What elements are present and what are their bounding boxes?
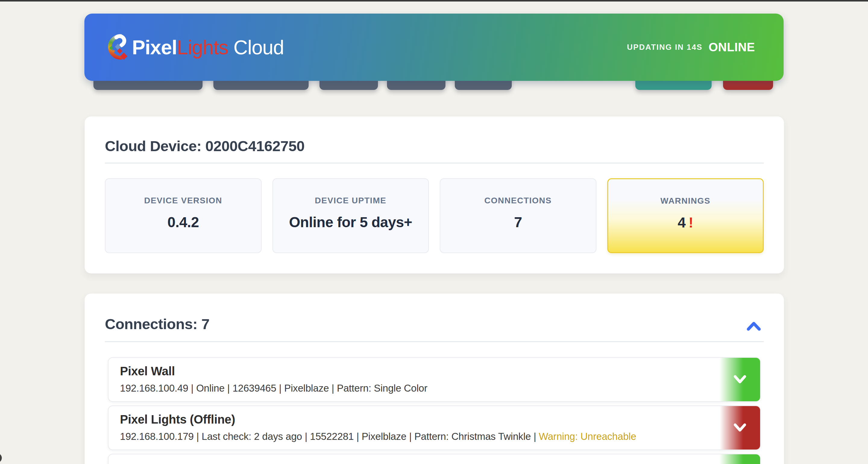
stat-value: 0.4.2 (105, 214, 261, 231)
window-top-strip (0, 0, 868, 1)
stat-tile-warnings: WARNINGS 4! (607, 178, 764, 253)
updating-countdown-label: UPDATING IN 14S (627, 42, 703, 52)
connection-detail-text: 192.168.100.179 | Last check: 2 days ago… (120, 431, 539, 442)
chevron-down-icon (732, 374, 748, 385)
app-header: PixelLights Cloud UPDATING IN 14S ONLINE (84, 13, 784, 81)
cloud-device-card: Cloud Device: 0200C4162750 DEVICE VERSIO… (84, 116, 784, 273)
connection-expand-button[interactable] (720, 454, 760, 464)
stat-tile-connections: CONNECTIONS 7 (440, 178, 596, 253)
connection-warning-text: Warning: Unreachable (539, 431, 636, 442)
brand-wordmark: PixelLights Cloud (132, 36, 284, 59)
brand-word-lights: Lights (177, 36, 228, 59)
chevron-up-icon (745, 319, 762, 333)
stat-tile-device-uptime: DEVICE UPTIME Online for 5 days+ (273, 178, 429, 253)
connections-card-divider (105, 341, 764, 342)
connection-detail: 192.168.100.179 | Last check: 2 days ago… (120, 431, 636, 442)
stat-label: DEVICE UPTIME (273, 196, 429, 205)
chevron-down-icon (732, 422, 748, 434)
online-status-badge: ONLINE (709, 40, 755, 54)
pixellights-cloud-page: PixelLights Cloud UPDATING IN 14S ONLINE… (0, 0, 868, 464)
brand-word-cloud: Cloud (228, 36, 284, 59)
pixellights-logo-icon (103, 31, 128, 64)
connection-expand-button[interactable] (720, 406, 760, 450)
brand-word-pixel: Pixel (132, 36, 177, 59)
stat-label: DEVICE VERSION (105, 196, 261, 205)
stat-tile-device-version: DEVICE VERSION 0.4.2 (105, 178, 261, 253)
connections-collapse-button[interactable] (745, 319, 762, 333)
bottom-left-corner-widget (0, 453, 2, 463)
cloud-device-title: Cloud Device: 0200C4162750 (105, 138, 305, 154)
connections-title: Connections: 7 (105, 316, 210, 332)
stat-value: Online for 5 days+ (273, 214, 429, 231)
connections-list: Pixel Wall 192.168.100.49 | Online | 126… (108, 357, 761, 464)
connection-name: Pixel Wall (120, 365, 175, 378)
stat-value: 4! (608, 214, 763, 231)
connection-expand-button[interactable] (720, 358, 760, 401)
warning-exclamation: ! (689, 214, 693, 231)
brand: PixelLights Cloud (103, 31, 284, 64)
connection-detail-text: 192.168.100.49 | Online | 12639465 | Pix… (120, 382, 427, 394)
stat-value: 7 (440, 214, 596, 231)
connection-detail: 192.168.100.49 | Online | 12639465 | Pix… (120, 382, 427, 394)
stat-label: CONNECTIONS (440, 196, 596, 205)
device-stat-tiles: DEVICE VERSION 0.4.2 DEVICE UPTIME Onlin… (105, 178, 764, 253)
device-card-divider (105, 163, 764, 164)
connection-row-pixel-lights[interactable]: Pixel Lights (Offline) 192.168.100.179 |… (108, 405, 761, 450)
warnings-count: 4 (678, 214, 685, 231)
connections-card: Connections: 7 Pixel Wall 192.168.100.49… (84, 293, 784, 464)
connection-row-partial[interactable] (108, 454, 761, 464)
connection-name: Pixel Lights (Offline) (120, 413, 235, 426)
connection-row-pixel-wall[interactable]: Pixel Wall 192.168.100.49 | Online | 126… (108, 357, 761, 402)
header-status: UPDATING IN 14S ONLINE (627, 13, 755, 81)
stat-label: WARNINGS (608, 196, 763, 206)
